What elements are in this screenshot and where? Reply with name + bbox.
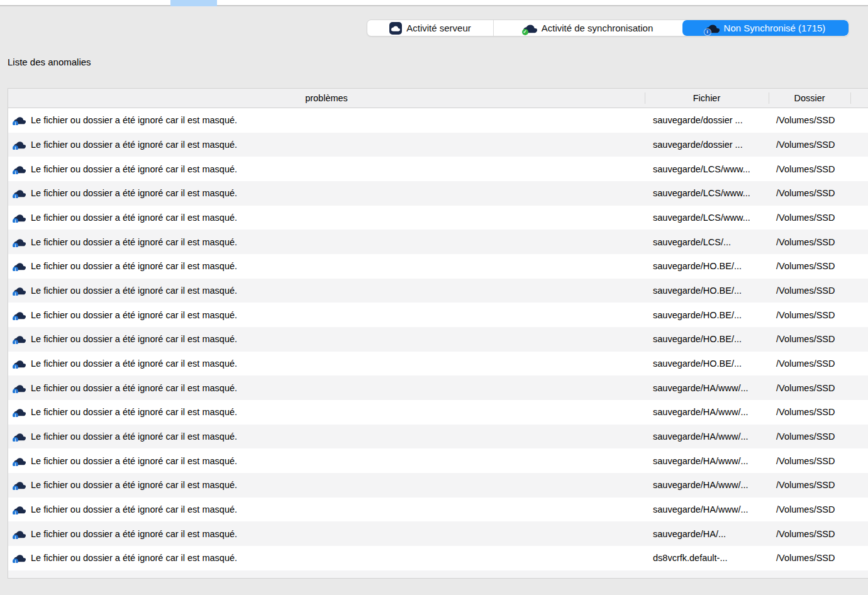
file-cell: sauvegarde/HA/...	[645, 529, 769, 539]
table-row[interactable]: i Le fichier ou dossier a été ignoré car…	[8, 254, 868, 279]
problem-text: Le fichier ou dossier a été ignoré car i…	[31, 359, 237, 369]
problem-text: Le fichier ou dossier a été ignoré car i…	[31, 334, 237, 344]
cloud-info-icon: i	[14, 165, 26, 174]
cloud-info-icon: i	[14, 578, 26, 579]
table-row[interactable]: i Le fichier ou dossier a été ignoré car…	[8, 352, 868, 376]
column-header-folder[interactable]: Dossier	[769, 89, 850, 108]
problem-text: Le fichier ou dossier a été ignoré car i…	[31, 237, 237, 247]
tab-not-synchronized[interactable]: i Non Synchronisé (1715)	[682, 20, 849, 36]
problem-text: Le fichier ou dossier a été ignoré car i…	[31, 431, 237, 442]
toolbar-remnant-strip	[0, 0, 868, 6]
toolbar-highlight[interactable]	[170, 0, 217, 6]
table-row[interactable]: i Le fichier ou dossier a été ignoré car…	[8, 375, 868, 400]
table-row[interactable]: i Le fichier ou dossier a été ignoré car…	[8, 206, 868, 230]
info-badge-icon: i	[13, 364, 18, 369]
cloud-info-icon: i	[706, 23, 720, 33]
table-header: problèmes Fichier Dossier	[8, 89, 868, 108]
info-badge-icon: i	[13, 218, 18, 223]
table-row[interactable]: i Le fichier ou dossier a été ignoré car…	[8, 157, 868, 181]
cloud-info-icon: i	[14, 408, 26, 416]
folder-cell: /Volumes/SSD	[769, 456, 850, 466]
file-cell: sauvegarde/HO.BE/...	[645, 334, 769, 344]
cloud-info-icon: i	[14, 553, 26, 562]
folder-cell: /Volumes/SSD	[769, 577, 850, 579]
file-cell: sauvegarde/LCS/www...	[645, 164, 769, 174]
file-cell: sauvegarde/HO.BE/...	[645, 310, 769, 320]
info-badge-icon: i	[13, 316, 18, 320]
cloud-info-icon: i	[14, 116, 26, 125]
info-badge-icon: i	[13, 267, 18, 271]
file-cell: sauvegarde/HO.BE/...	[645, 286, 769, 296]
table-row[interactable]: i Le fichier ou dossier a été ignoré car…	[8, 279, 868, 303]
cloud-info-icon: i	[14, 140, 26, 149]
cloud-info-icon: i	[14, 238, 26, 247]
folder-cell: /Volumes/SSD	[769, 359, 850, 369]
folder-cell: /Volumes/SSD	[769, 237, 850, 247]
file-cell: sauvegarde/dossier ...	[645, 115, 769, 125]
table-row[interactable]: i Le fichier ou dossier a été ignoré car…	[8, 448, 868, 473]
file-cell: sauvegarde/HA/www/...	[645, 431, 769, 442]
cloud-info-icon: i	[14, 262, 26, 270]
file-cell: ds8vcrfk.default-...	[645, 553, 769, 563]
table-row[interactable]: i Le fichier ou dossier a été ignoré car…	[8, 400, 868, 425]
problem-text: Le fichier ou dossier a été ignoré car i…	[31, 553, 237, 563]
cloud-server-icon	[389, 22, 402, 35]
problem-text: Le fichier ou dossier a été ignoré car i…	[31, 407, 237, 417]
folder-cell: /Volumes/SSD	[769, 213, 850, 223]
table-row[interactable]: i Le fichier ou dossier a été ignoré car…	[8, 521, 868, 546]
file-cell: sauvegarde/dossier ...	[645, 140, 769, 150]
table-row[interactable]: i Le fichier ou dossier a été ignoré car…	[8, 230, 868, 254]
cloud-info-icon: i	[14, 384, 26, 392]
table-body: i Le fichier ou dossier a été ignoré car…	[8, 108, 868, 579]
problem-text: Le fichier ou dossier a été ignoré car i…	[31, 456, 237, 466]
problem-text: Le fichier ou dossier a été ignoré car i…	[31, 188, 237, 198]
table-row[interactable]: i Le fichier ou dossier a été ignoré car…	[8, 133, 868, 157]
problem-text: Le fichier ou dossier a été ignoré car i…	[31, 480, 237, 490]
folder-cell: /Volumes/SSD	[769, 164, 850, 174]
problem-text: Le fichier ou dossier a été ignoré car i…	[31, 213, 237, 223]
folder-cell: /Volumes/SSD	[769, 286, 850, 296]
file-cell: sauvegarde/LCS/...	[645, 237, 769, 247]
info-badge-icon: i	[13, 535, 18, 539]
problem-text: Le fichier ou dossier a été ignoré car i…	[31, 577, 237, 579]
file-cell: sauvegarde/HA/www/...	[645, 504, 769, 514]
info-badge-icon: i	[13, 291, 18, 296]
folder-cell: /Volumes/SSD	[769, 188, 850, 198]
tab-server-activity[interactable]: Activité serveur	[367, 20, 494, 36]
cloud-info-icon: i	[14, 457, 26, 465]
info-badge-icon: i	[704, 29, 711, 35]
folder-cell: /Volumes/SSD	[769, 115, 850, 125]
folder-cell: /Volumes/SSD	[769, 383, 850, 393]
column-header-file[interactable]: Fichier	[645, 89, 769, 108]
table-row[interactable]: i Le fichier ou dossier a été ignoré car…	[8, 570, 868, 579]
column-header-extra[interactable]	[850, 89, 868, 108]
info-badge-icon: i	[13, 121, 18, 125]
problem-text: Le fichier ou dossier a été ignoré car i…	[31, 164, 237, 174]
table-row[interactable]: i Le fichier ou dossier a été ignoré car…	[8, 473, 868, 498]
table-row[interactable]: i Le fichier ou dossier a été ignoré car…	[8, 425, 868, 449]
info-badge-icon: i	[13, 510, 18, 514]
folder-cell: /Volumes/SSD	[769, 334, 850, 344]
info-badge-icon: i	[13, 462, 18, 466]
tab-sync-activity[interactable]: ✓ Activité de synchronisation	[494, 20, 682, 36]
folder-cell: /Volumes/SSD	[769, 553, 850, 563]
table-row[interactable]: i Le fichier ou dossier a été ignoré car…	[8, 181, 868, 206]
anomalies-table: problèmes Fichier Dossier i Le fichier o…	[8, 88, 868, 579]
info-badge-icon: i	[13, 486, 18, 490]
info-badge-icon: i	[13, 194, 18, 198]
problem-text: Le fichier ou dossier a été ignoré car i…	[31, 529, 237, 539]
file-cell: sauvegarde/HA/www/...	[645, 480, 769, 490]
column-header-problems[interactable]: problèmes	[8, 89, 645, 108]
cloud-check-icon: ✓	[523, 23, 537, 33]
info-badge-icon: i	[13, 170, 18, 174]
info-badge-icon: i	[13, 145, 18, 150]
file-cell: sauvegarde/HA/www/...	[645, 383, 769, 393]
table-row[interactable]: i Le fichier ou dossier a été ignoré car…	[8, 498, 868, 522]
file-cell: sauvegarde/HA/www/...	[645, 456, 769, 466]
info-badge-icon: i	[13, 559, 18, 563]
table-row[interactable]: i Le fichier ou dossier a été ignoré car…	[8, 108, 868, 133]
check-badge-icon: ✓	[522, 29, 528, 35]
table-row[interactable]: i Le fichier ou dossier a été ignoré car…	[8, 327, 868, 352]
table-row[interactable]: i Le fichier ou dossier a été ignoré car…	[8, 546, 868, 570]
table-row[interactable]: i Le fichier ou dossier a été ignoré car…	[8, 303, 868, 327]
